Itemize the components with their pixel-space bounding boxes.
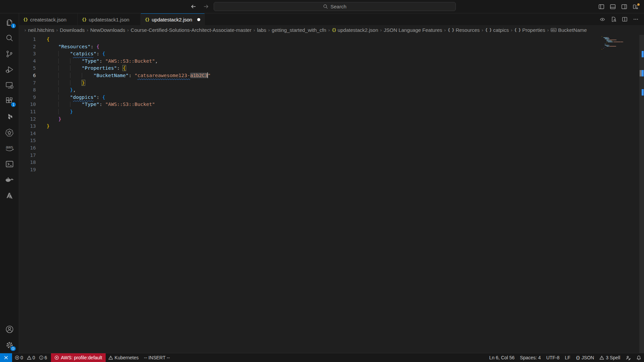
- breadcrumb-item[interactable]: Course-Certified-Solutions-Architect-Ass…: [131, 27, 252, 33]
- line-number: 15: [19, 137, 36, 144]
- tab-updatestack1.json[interactable]: {}updatestack1.json: [78, 13, 141, 25]
- code-line: [47, 166, 644, 174]
- line-numbers-gutter: 12345678910111213141516171819: [19, 35, 36, 353]
- status-eol[interactable]: LF: [562, 353, 573, 362]
- status-label: Ln 6, Col 56: [489, 355, 515, 360]
- command-center: Search: [188, 2, 456, 11]
- breadcrumb-item[interactable]: JSON Language Features: [384, 27, 442, 33]
- editor[interactable]: 12345678910111213141516171819 { "Resourc…: [19, 35, 644, 353]
- breadcrumb-item[interactable]: { }catpics: [485, 27, 509, 33]
- status-notifications[interactable]: [634, 353, 644, 362]
- toggle-primary-sidebar-button[interactable]: [596, 2, 606, 11]
- breadcrumb-item[interactable]: NewDownloads: [90, 27, 125, 33]
- aws-icon: aws: [4, 144, 14, 153]
- breadcrumb-item[interactable]: {}updatestack2.json: [332, 27, 378, 33]
- status-feedback[interactable]: [623, 353, 634, 362]
- chevron-right-icon: ›: [443, 27, 446, 33]
- activity-item-source-control[interactable]: [1, 46, 18, 62]
- symbol-object-icon: { }: [485, 28, 492, 33]
- customize-layout-button[interactable]: [631, 2, 641, 11]
- activity-item-aws[interactable]: aws: [1, 140, 18, 156]
- run-and-debug-icon: [5, 65, 14, 74]
- code-content[interactable]: { "Resources": { "catpics": { "Type": "A…: [36, 35, 644, 353]
- nav-back-button[interactable]: [188, 2, 198, 11]
- modified-dot-icon[interactable]: [197, 18, 200, 21]
- breadcrumb-item[interactable]: Downloads: [60, 27, 85, 33]
- activity-item-terraform[interactable]: [1, 109, 18, 125]
- activity-item-run-and-debug[interactable]: [1, 62, 18, 77]
- tab-createstack.json[interactable]: {}createstack.json: [19, 13, 78, 25]
- svg-text:aws: aws: [6, 145, 13, 149]
- breadcrumb-item[interactable]: getting_started_with_cfn: [272, 27, 326, 33]
- activity-item-docker[interactable]: [1, 172, 18, 188]
- tab-updatestack2.json[interactable]: {}updatestack2.json: [141, 13, 205, 25]
- chevron-right-icon: ›: [253, 27, 256, 33]
- count-badge: 1: [11, 102, 16, 107]
- symbol-string-icon: abc: [551, 28, 556, 32]
- overview-ruler[interactable]: [639, 35, 644, 353]
- status-cursor-position[interactable]: Ln 6, Col 56: [487, 353, 518, 362]
- error-circle-icon: [54, 355, 59, 360]
- status-language-mode[interactable]: {}JSON: [573, 353, 597, 362]
- status-indentation[interactable]: Spaces: 4: [517, 353, 543, 362]
- breadcrumb-label: catpics: [493, 27, 509, 33]
- toggle-secondary-sidebar-button[interactable]: [619, 2, 629, 11]
- more-actions-button[interactable]: [631, 15, 641, 24]
- status-kubernetes-context[interactable]: Kubernetes: [106, 353, 142, 362]
- status-label: Kubernetes: [115, 355, 139, 360]
- activity-item-terminal[interactable]: [1, 156, 18, 172]
- line-number: 8: [19, 86, 36, 94]
- status-remote[interactable]: [0, 353, 12, 362]
- code-line: "Type": "AWS::S3::Bucket": [47, 101, 644, 108]
- activity-item-azure[interactable]: [1, 188, 18, 203]
- open-preview-search-button[interactable]: [608, 15, 619, 24]
- vscode-window: Search 11aws {}createstack.json{}updates…: [0, 0, 644, 362]
- layout-right-icon: [621, 4, 627, 10]
- status-encoding[interactable]: UTF-8: [543, 353, 562, 362]
- breadcrumb-item[interactable]: { }Properties: [514, 27, 545, 33]
- activity-item-remote-explorer[interactable]: [1, 77, 18, 93]
- chevron-right-icon: ›: [328, 27, 330, 33]
- activity-item-kubernetes[interactable]: [1, 125, 18, 140]
- status-label: -- INSERT --: [144, 355, 170, 360]
- breadcrumb-label: BucketName: [558, 27, 587, 33]
- status-label: AWS: profile:default: [61, 355, 102, 360]
- line-number: 11: [19, 108, 36, 116]
- sync-clock-badge: [10, 346, 16, 351]
- status-aws-credentials[interactable]: AWS: profile:default: [51, 353, 105, 362]
- status-label: LF: [565, 355, 570, 360]
- split-editor-button[interactable]: [620, 15, 630, 24]
- breadcrumb-item[interactable]: labs: [257, 27, 266, 33]
- status-spell-checker[interactable]: 3 Spell: [597, 353, 623, 362]
- search-input[interactable]: Search: [214, 2, 456, 11]
- activity-item-search[interactable]: [1, 30, 18, 46]
- breadcrumb-item[interactable]: neil.hitchins: [28, 27, 54, 33]
- activity-item-extensions[interactable]: 1: [1, 93, 18, 109]
- code-line: {: [47, 36, 644, 43]
- arrow-right-icon: [203, 3, 209, 10]
- count-badge: 1: [11, 23, 16, 28]
- split-icon: [622, 16, 628, 22]
- status-problems[interactable]: 006: [12, 353, 50, 362]
- toggle-panel-button[interactable]: [608, 2, 618, 11]
- ellipsis-icon: [633, 16, 639, 22]
- breadcrumb-item[interactable]: { }Resources: [448, 27, 480, 33]
- terminal-icon: [5, 160, 14, 169]
- breadcrumb-item[interactable]: abcBucketName: [551, 27, 587, 33]
- minimap[interactable]: [602, 36, 639, 57]
- status-label: JSON: [582, 355, 594, 360]
- chevron-right-icon: ›: [86, 27, 89, 33]
- status-vim-mode[interactable]: -- INSERT --: [141, 353, 172, 362]
- editor-group: {}createstack.json{}updatestack1.json{}u…: [19, 13, 644, 353]
- nav-forward-button[interactable]: [201, 2, 211, 11]
- json-file-icon: {}: [23, 17, 28, 22]
- toggle-preview-button[interactable]: [597, 15, 607, 24]
- activity-item-settings[interactable]: [1, 337, 18, 353]
- activity-item-accounts[interactable]: [1, 321, 18, 337]
- line-number: 9: [19, 94, 36, 101]
- code-line: [47, 152, 644, 159]
- breadcrumb: ›neil.hitchins›Downloads›NewDownloads›Co…: [19, 25, 644, 35]
- activity-item-explorer[interactable]: 1: [1, 14, 18, 30]
- status-bar-right: Ln 6, Col 56Spaces: 4UTF-8LF{}JSON3 Spel…: [487, 353, 644, 362]
- bell-icon: [636, 355, 641, 360]
